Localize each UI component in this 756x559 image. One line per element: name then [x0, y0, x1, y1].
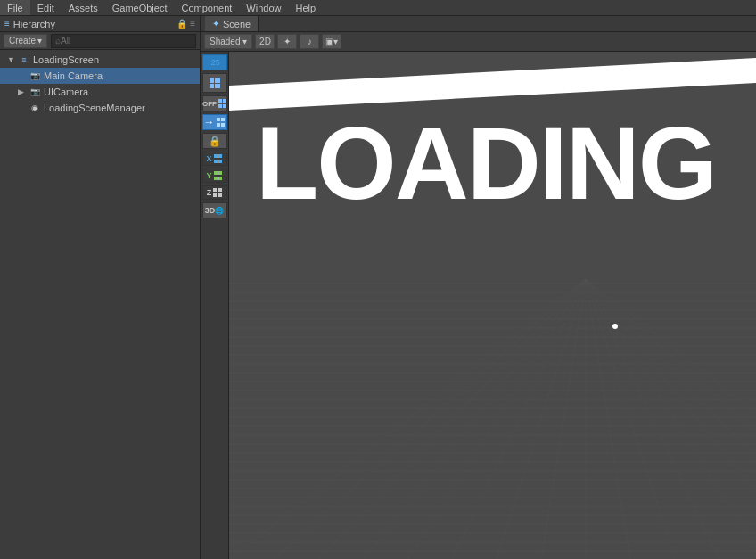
gizmo-off-btn[interactable]: OFF	[202, 95, 227, 111]
hierarchy-item-maincamera[interactable]: 📷 Main Camera	[0, 68, 200, 84]
hierarchy-item-loadingscreen[interactable]: ▼ ≡ LoadingScreen	[0, 52, 200, 68]
top-menubar: File Edit Assets GameObject Component Wi…	[0, 0, 756, 16]
main-area: ≡ Hierarchy 🔒 ≡ Create ▾ ▼ ≡ LoadingScre…	[0, 16, 756, 559]
hierarchy-menu-icon[interactable]: ≡	[190, 19, 195, 29]
gameobj-icon: ◉	[29, 102, 41, 114]
hierarchy-header-icons: 🔒 ≡	[177, 19, 195, 29]
gizmo-3d-btn[interactable]: 3D 🌐	[202, 202, 227, 218]
scene-arrow: ▼	[7, 55, 18, 64]
gizmo-num-value: .25	[209, 58, 220, 67]
gizmo-arrow-btn[interactable]: →	[202, 114, 227, 130]
hierarchy-header: ≡ Hierarchy 🔒 ≡	[0, 16, 200, 32]
gizmo-x-btn[interactable]: X	[202, 152, 227, 166]
menu-edit[interactable]: Edit	[30, 0, 62, 15]
create-arrow: ▾	[37, 36, 42, 45]
3d-label: 3D	[205, 206, 216, 215]
create-button[interactable]: Create ▾	[4, 34, 47, 48]
gizmo-z-btn[interactable]: Z	[202, 185, 227, 200]
layers-icon: ▣	[325, 37, 333, 46]
scene-header: ✦ Scene	[201, 16, 756, 32]
manager-label: LoadingSceneManager	[44, 103, 145, 113]
shading-arrow: ▾	[242, 37, 247, 46]
z-label: Z	[207, 188, 212, 197]
eye-grid-1	[210, 78, 215, 83]
hierarchy-item-uicamera[interactable]: ▶ 📷 UICamera	[0, 84, 200, 100]
sound-icon: ♪	[308, 37, 312, 46]
svg-text:LOADING: LOADING	[256, 106, 716, 220]
hierarchy-search[interactable]	[51, 34, 196, 48]
hierarchy-lock-icon[interactable]: 🔒	[177, 19, 187, 29]
uicamera-arrow: ▶	[18, 87, 29, 96]
gizmo-panel: .25 OFF	[201, 52, 229, 559]
mode-2d-label: 2D	[259, 37, 271, 46]
hierarchy-icon: ≡	[4, 19, 10, 29]
gizmo-num-btn[interactable]: .25	[202, 54, 227, 70]
uicamera-icon: 📷	[29, 86, 41, 98]
menu-window[interactable]: Window	[239, 0, 288, 15]
scene-label: LoadingScreen	[33, 54, 99, 65]
hierarchy-title: ≡ Hierarchy	[4, 19, 55, 29]
gizmo-y-btn[interactable]: Y	[202, 169, 227, 183]
mode-2d-btn[interactable]: 2D	[255, 34, 275, 49]
grid-svg: LOADING	[229, 52, 756, 559]
scene-viewport[interactable]: LOADING	[229, 52, 756, 559]
lock-icon: 🔒	[209, 136, 221, 147]
gizmo-eye-btn[interactable]	[202, 73, 227, 93]
scene-toolbar: Shaded ▾ 2D ✦ ♪ ▣ ▾	[201, 32, 756, 52]
scene-tab-label: Scene	[223, 19, 251, 29]
eye-grid-icon	[210, 78, 220, 88]
y-label: Y	[206, 171, 211, 180]
layers-btn[interactable]: ▣ ▾	[322, 34, 341, 49]
main-camera-label: Main Camera	[44, 70, 103, 81]
eye-grid-2	[215, 78, 220, 83]
hierarchy-toolbar: Create ▾	[0, 32, 200, 50]
sun-btn[interactable]: ✦	[277, 34, 297, 49]
menu-file[interactable]: File	[0, 0, 30, 15]
menu-gameobject[interactable]: GameObject	[105, 0, 175, 15]
hierarchy-item-loadingscenemanager[interactable]: ◉ LoadingSceneManager	[0, 100, 200, 116]
scene-panel: ✦ Scene Shaded ▾ 2D ✦ ♪ ▣ ▾	[201, 16, 756, 559]
x-label: X	[206, 154, 211, 163]
menu-assets[interactable]: Assets	[62, 0, 105, 15]
hierarchy-label: Hierarchy	[13, 19, 55, 29]
eye-grid-3	[210, 84, 215, 89]
scene-tab[interactable]: ✦ Scene	[205, 16, 259, 31]
3d-icon: 🌐	[215, 207, 224, 215]
gizmo-lock-btn[interactable]: 🔒	[202, 133, 227, 149]
eye-grid-4	[215, 84, 220, 89]
scene-with-gizmos: .25 OFF	[201, 52, 756, 559]
create-label: Create	[9, 36, 36, 45]
layers-arrow: ▾	[333, 37, 338, 46]
shading-dropdown[interactable]: Shaded ▾	[204, 34, 252, 49]
menu-help[interactable]: Help	[288, 0, 323, 15]
uicamera-label: UICamera	[44, 86, 88, 97]
scene-tab-icon: ✦	[212, 19, 219, 29]
shading-label: Shaded	[210, 37, 240, 46]
sun-icon: ✦	[284, 37, 291, 46]
arrow-icon: →	[204, 116, 215, 128]
svg-point-53	[612, 324, 618, 329]
menu-component[interactable]: Component	[174, 0, 239, 15]
camera-icon: 📷	[29, 70, 41, 82]
hierarchy-panel: ≡ Hierarchy 🔒 ≡ Create ▾ ▼ ≡ LoadingScre…	[0, 16, 201, 559]
gizmo-off-label: OFF	[202, 100, 217, 108]
scene-icon: ≡	[18, 53, 30, 66]
sound-btn[interactable]: ♪	[300, 34, 319, 49]
hierarchy-content: ▼ ≡ LoadingScreen 📷 Main Camera ▶ 📷 UICa…	[0, 50, 200, 559]
